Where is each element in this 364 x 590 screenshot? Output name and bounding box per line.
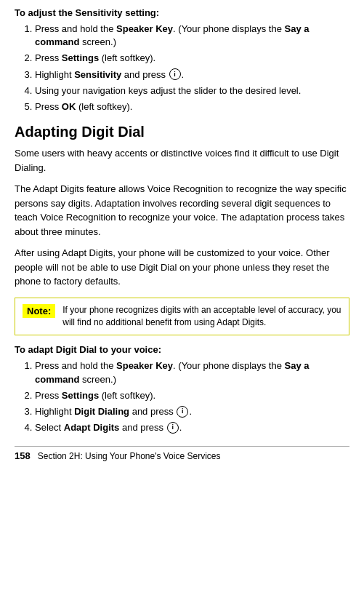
s2-step4-bold1: Adapt Digits bbox=[64, 422, 120, 433]
footer-bar: 158 Section 2H: Using Your Phone's Voice… bbox=[15, 446, 349, 461]
s2-step-4: Select Adapt Digits and press i. bbox=[35, 421, 349, 434]
step1-bold1: Speaker Key bbox=[116, 23, 173, 34]
step2-bold1: Settings bbox=[62, 52, 99, 63]
paragraph-3: After using Adapt Digits, your phone wil… bbox=[15, 246, 349, 289]
step3-icon: i bbox=[169, 68, 181, 80]
paragraph-1: Some users with heavy accents or distinc… bbox=[15, 146, 349, 175]
note-label: Note: bbox=[23, 304, 55, 318]
note-box: Note: If your phone recognizes digits wi… bbox=[15, 298, 349, 336]
step-4: Using your navigation keys adjust the sl… bbox=[35, 84, 349, 97]
paragraph-2: The Adapt Digits feature allows Voice Re… bbox=[15, 182, 349, 239]
step5-end: (left softkey). bbox=[76, 101, 132, 112]
s2-step-1: Press and hold the Speaker Key. (Your ph… bbox=[35, 359, 349, 386]
step5-bold1: OK bbox=[62, 101, 76, 112]
step-2: Press Settings (left softkey). bbox=[35, 52, 349, 65]
section-intro: To adjust the Sensitivity setting: bbox=[15, 7, 349, 18]
s2-step2-bold1: Settings bbox=[62, 390, 99, 401]
step2-end: (left softkey). bbox=[99, 52, 155, 63]
step-1: Press and hold the Speaker Key. (Your ph… bbox=[35, 23, 349, 49]
s2-step3-bold1: Digit Dialing bbox=[74, 406, 129, 417]
steps-list-2: Press and hold the Speaker Key. (Your ph… bbox=[35, 359, 349, 434]
step-5: Press OK (left softkey). bbox=[35, 100, 349, 113]
adapting-digit-dial-heading: Adapting Digit Dial bbox=[15, 124, 349, 140]
section2-intro: To adapt Digit Dial to your voice: bbox=[15, 344, 349, 355]
footer-section: Section 2H: Using Your Phone's Voice Ser… bbox=[38, 451, 221, 461]
s2-step-3: Highlight Digit Dialing and press i. bbox=[35, 405, 349, 418]
step1-mid: . (Your phone displays the bbox=[173, 23, 284, 34]
s2-step1-bold1: Speaker Key bbox=[116, 360, 173, 371]
steps-list-1: Press and hold the Speaker Key. (Your ph… bbox=[35, 23, 349, 113]
step3-bold1: Sensitivity bbox=[74, 69, 121, 80]
step-3: Highlight Sensitivity and press i. bbox=[35, 68, 349, 81]
note-text: If your phone recognizes digits with an … bbox=[62, 304, 341, 330]
step1-end: screen.) bbox=[79, 36, 116, 47]
s2-step4-icon: i bbox=[167, 422, 179, 434]
footer-page: 158 bbox=[15, 450, 31, 461]
s2-step3-icon: i bbox=[177, 406, 188, 418]
s2-step-2: Press Settings (left softkey). bbox=[35, 389, 349, 402]
